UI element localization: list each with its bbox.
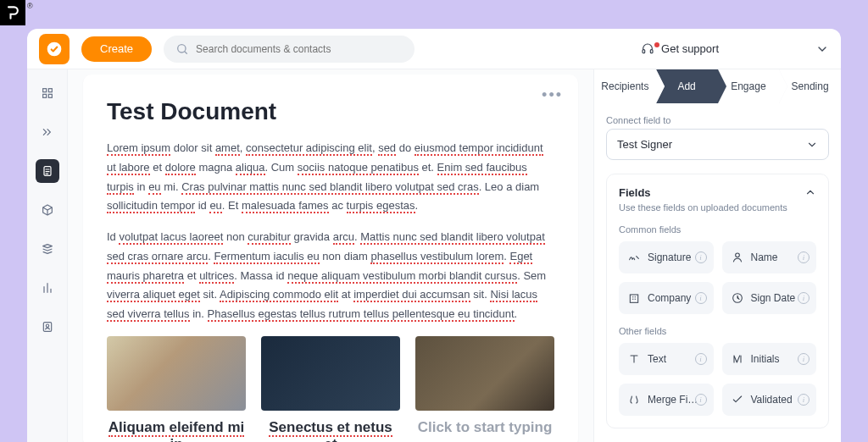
account-chevron-icon[interactable] bbox=[815, 42, 829, 56]
step-sending[interactable]: Sending bbox=[779, 69, 841, 103]
common-fields-grid: SignatureiNameiCompanyiSign Datei bbox=[619, 241, 816, 314]
rail-contacts[interactable] bbox=[36, 315, 59, 339]
text-icon bbox=[627, 352, 641, 366]
chevron-down-icon bbox=[806, 139, 818, 151]
app-window: Create Get support ••• Test Document bbox=[27, 29, 841, 442]
info-icon[interactable]: i bbox=[695, 353, 707, 365]
rail-dashboard[interactable] bbox=[36, 81, 59, 105]
chevron-up-icon bbox=[804, 186, 816, 198]
svg-point-10 bbox=[46, 324, 48, 327]
field-text[interactable]: Texti bbox=[619, 343, 714, 375]
name-icon bbox=[731, 251, 744, 264]
left-rail bbox=[27, 69, 68, 442]
info-icon[interactable]: i bbox=[695, 394, 707, 406]
date-icon bbox=[731, 291, 744, 305]
merge-icon bbox=[627, 393, 641, 406]
info-icon[interactable]: i bbox=[695, 251, 707, 263]
paragraph-2: Id volutpat lacus laoreet non curabitur … bbox=[107, 228, 554, 324]
image-tile[interactable]: Click to start typing bbox=[415, 336, 554, 442]
field-merge[interactable]: Merge Fi…i bbox=[619, 384, 714, 416]
rail-reports[interactable] bbox=[36, 276, 59, 300]
field-initials[interactable]: Initialsi bbox=[722, 343, 817, 375]
tile-image bbox=[107, 336, 246, 411]
image-tile[interactable]: Senectus et netus et bbox=[261, 336, 400, 442]
info-icon[interactable]: i bbox=[798, 394, 810, 406]
svg-point-11 bbox=[735, 253, 739, 257]
svg-rect-2 bbox=[643, 49, 645, 52]
svg-rect-3 bbox=[650, 49, 653, 52]
fields-panel-header[interactable]: Fields Use these fields on uploaded docu… bbox=[619, 186, 816, 213]
field-name[interactable]: Namei bbox=[722, 241, 817, 273]
other-fields-grid: TextiInitialsiMerge Fi…iValidatedi bbox=[619, 343, 816, 416]
tile-caption[interactable]: Senectus et netus et bbox=[261, 419, 400, 442]
step-engage[interactable]: Engage bbox=[718, 69, 780, 103]
document-title[interactable]: Test Document bbox=[107, 98, 554, 125]
field-signature[interactable]: Signaturei bbox=[619, 241, 714, 273]
signer-name: Test Signer bbox=[617, 138, 672, 151]
workflow-steps: RecipientsAddEngageSending bbox=[594, 69, 841, 103]
trademark-symbol: ® bbox=[27, 2, 33, 10]
validated-icon bbox=[731, 393, 744, 406]
fields-subtitle: Use these fields on uploaded documents bbox=[619, 202, 787, 213]
notification-dot bbox=[653, 41, 661, 49]
right-panel: RecipientsAddEngageSending Connect field… bbox=[593, 69, 841, 442]
search-bar[interactable] bbox=[164, 36, 415, 63]
image-tiles-row: Aliquam eleifend mi inSenectus et netus … bbox=[107, 336, 554, 442]
signer-dropdown[interactable]: Test Signer bbox=[606, 129, 829, 160]
company-icon bbox=[627, 291, 641, 305]
document-more-menu[interactable]: ••• bbox=[542, 86, 563, 104]
step-recipients[interactable]: Recipients bbox=[594, 69, 656, 103]
document-body[interactable]: Lorem ipsum dolor sit amet, consectetur … bbox=[107, 139, 554, 324]
rail-documents[interactable] bbox=[36, 159, 59, 183]
tile-image bbox=[261, 336, 400, 411]
rail-workflow[interactable] bbox=[36, 120, 59, 144]
image-tile[interactable]: Aliquam eleifend mi in bbox=[107, 336, 246, 442]
info-icon[interactable]: i bbox=[695, 292, 707, 304]
create-button[interactable]: Create bbox=[81, 36, 152, 62]
svg-rect-4 bbox=[42, 89, 46, 92]
fields-panel: Fields Use these fields on uploaded docu… bbox=[606, 174, 829, 428]
field-date[interactable]: Sign Datei bbox=[722, 282, 817, 314]
common-fields-label: Common fields bbox=[619, 224, 816, 235]
document-card[interactable]: ••• Test Document Lorem ipsum dolor sit … bbox=[83, 75, 578, 442]
step-add[interactable]: Add bbox=[656, 69, 718, 103]
tile-caption[interactable]: Aliquam eleifend mi in bbox=[107, 419, 246, 442]
info-icon[interactable]: i bbox=[798, 292, 810, 304]
connect-field-label: Connect field to bbox=[606, 115, 829, 125]
paragraph-1: Lorem ipsum dolor sit amet, consectetur … bbox=[107, 139, 554, 216]
svg-rect-6 bbox=[42, 94, 46, 97]
fields-title: Fields bbox=[619, 186, 787, 199]
svg-rect-5 bbox=[48, 89, 52, 92]
field-validated[interactable]: Validatedi bbox=[722, 384, 817, 416]
info-icon[interactable]: i bbox=[798, 251, 810, 263]
field-company[interactable]: Companyi bbox=[619, 282, 714, 314]
search-input[interactable] bbox=[196, 43, 403, 55]
svg-rect-12 bbox=[630, 295, 637, 302]
signature-icon bbox=[627, 251, 641, 264]
info-icon[interactable]: i bbox=[798, 353, 810, 365]
other-fields-label: Other fields bbox=[619, 326, 816, 336]
rail-templates[interactable] bbox=[36, 237, 59, 261]
tile-image bbox=[415, 336, 554, 411]
pandadoc-brand-badge bbox=[0, 0, 25, 25]
support-label: Get support bbox=[661, 42, 719, 55]
initials-icon bbox=[731, 352, 744, 366]
search-icon bbox=[175, 42, 189, 56]
top-bar: Create Get support bbox=[27, 29, 841, 69]
editor-canvas: ••• Test Document Lorem ipsum dolor sit … bbox=[68, 69, 593, 442]
svg-rect-7 bbox=[48, 94, 52, 97]
rail-catalog[interactable] bbox=[36, 198, 59, 222]
tile-caption[interactable]: Click to start typing bbox=[415, 419, 554, 436]
app-logo[interactable] bbox=[39, 34, 70, 64]
get-support-button[interactable]: Get support bbox=[641, 42, 719, 56]
